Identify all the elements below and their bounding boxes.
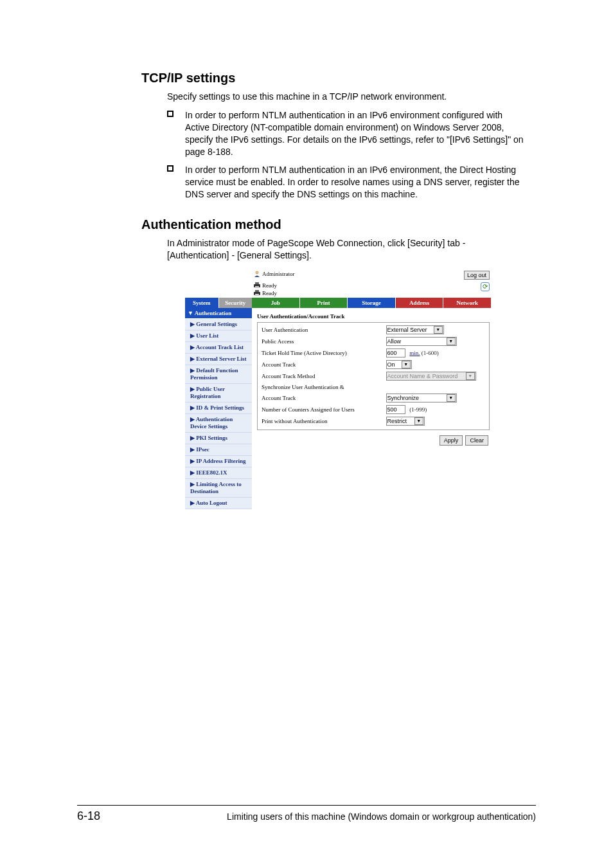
select-user-authentication[interactable]: External Server ▼ [386, 325, 444, 334]
tab-system[interactable]: System [185, 298, 219, 308]
label-ticket-hold-time: Ticket Hold Time (Active Directory) [260, 347, 385, 359]
sidebar-item-default-function-permission[interactable]: ▶ Default Function Permission [185, 365, 252, 384]
svg-rect-2 [255, 282, 259, 284]
chevron-down-icon: ▼ [402, 361, 411, 368]
admin-indicator: Administrator [253, 271, 295, 277]
sidebar-item-ieee8021x[interactable]: ▶ IEEE802.1X [185, 467, 252, 479]
chevron-down-icon: ▼ [414, 417, 423, 425]
svg-point-0 [256, 271, 258, 274]
sidebar-item-general-settings[interactable]: ▶ General Settings [185, 319, 252, 330]
para-authmethod-intro: In Administrator mode of PageScope Web C… [167, 237, 527, 262]
list-tcpip: In order to perform NTLM authentication … [167, 109, 527, 201]
hint-ticket-unit: min. [409, 350, 420, 356]
page-number: 6-18 [77, 809, 100, 823]
sidebar-item-ip-address-filtering[interactable]: ▶ IP Address Filtering [185, 456, 252, 467]
label-account-track-method: Account Track Method [260, 370, 385, 382]
tab-print[interactable]: Print [300, 298, 348, 308]
footer-title: Limiting users of this machine (Windows … [227, 811, 536, 822]
tab-security[interactable]: Security [219, 298, 253, 308]
tab-network[interactable]: Network [443, 298, 491, 308]
chevron-down-icon: ▼ [434, 326, 443, 334]
list-item: In order to perform NTLM authentication … [167, 164, 527, 201]
hint-counters-range: (1-999) [407, 406, 427, 413]
refresh-icon[interactable]: ⟳ [481, 282, 490, 291]
label-sync-line1: Synchronize User Authentication & [260, 382, 385, 392]
select-print-without-auth[interactable]: Restrict ▼ [386, 417, 425, 426]
sidebar-item-public-user-registration[interactable]: ▶ Public User Registration [185, 384, 252, 402]
status-ready-2: Ready [262, 290, 277, 297]
select-value: Account Name & Password [387, 372, 458, 380]
printer-icon [253, 282, 261, 289]
select-value: Synchronize [387, 394, 420, 402]
hint-ticket-range: (1-600) [420, 350, 439, 356]
sidebar-item-user-list[interactable]: ▶ User List [185, 330, 252, 342]
tab-storage[interactable]: Storage [348, 298, 396, 308]
label-account-track: Account Track [260, 359, 385, 370]
sidebar-item-id-print-settings[interactable]: ▶ ID & Print Settings [185, 402, 252, 414]
status-ready-1: Ready [262, 282, 277, 289]
svg-rect-3 [255, 286, 259, 288]
svg-rect-5 [255, 290, 259, 292]
bullet-text: In order to perform NTLM authentication … [185, 165, 520, 199]
square-bullet-icon [167, 111, 173, 117]
administrator-icon [253, 271, 261, 277]
select-synchronize[interactable]: Synchronize ▼ [386, 393, 457, 402]
sidebar-item-account-track-list[interactable]: ▶ Account Track List [185, 342, 252, 354]
chevron-down-icon: ▼ [447, 338, 456, 345]
chevron-down-icon: ▼ [447, 394, 456, 402]
label-public-access: Public Access [260, 336, 385, 347]
sidebar-item-pki-settings[interactable]: ▶ PKI Settings [185, 433, 252, 444]
svg-rect-6 [255, 294, 259, 296]
printer-icon [253, 290, 261, 296]
sidebar-item-external-server-list[interactable]: ▶ External Server List [185, 354, 252, 365]
footer-rule [77, 805, 536, 806]
logout-button[interactable]: Log out [464, 271, 490, 280]
tab-job[interactable]: Job [252, 298, 300, 308]
label-user-authentication: User Authentication [260, 324, 385, 336]
select-value: Restrict [387, 417, 407, 425]
clear-button[interactable]: Clear [465, 435, 488, 446]
panel-title: User Authentication/Account Track [257, 313, 490, 320]
select-value: External Server [387, 326, 427, 334]
select-account-track-method: Account Name & Password ▼ [386, 372, 476, 381]
select-account-track[interactable]: On ▼ [386, 360, 412, 369]
para-tcpip-intro: Specify settings to use this machine in … [167, 91, 527, 103]
label-sync-line2: Account Track [260, 392, 385, 404]
admin-label: Administrator [262, 271, 295, 277]
tab-address[interactable]: Address [396, 298, 444, 308]
label-counters-assigned: Number of Counters Assigned for Users [260, 404, 385, 415]
select-public-access[interactable]: Allow ▼ [386, 337, 457, 346]
select-value: Allow [387, 338, 402, 345]
list-item: In order to perform NTLM authentication … [167, 109, 527, 158]
heading-authmethod: Authentication method [141, 217, 536, 232]
input-ticket-hold-time[interactable]: 600 [386, 348, 405, 357]
bullet-text: In order to perform NTLM authentication … [185, 110, 524, 157]
heading-tcpip: TCP/IP settings [141, 71, 536, 86]
sidebar-item-limiting-access-to-destination[interactable]: ▶ Limiting Access to Destination [185, 479, 252, 498]
input-counters-assigned[interactable]: 500 [386, 405, 405, 414]
select-value: On [387, 361, 395, 368]
embedded-screenshot: Administrator Log out Ready Ready ⟳ [185, 269, 491, 509]
label-print-without-auth: Print without Authentication [260, 415, 385, 427]
sidebar-item-authentication-device-settings[interactable]: ▶ Authentication Device Settings [185, 414, 252, 433]
sidebar-header-authentication[interactable]: ▼ Authentication [185, 308, 252, 319]
apply-button[interactable]: Apply [440, 435, 463, 446]
sidebar-item-auto-logout[interactable]: ▶ Auto Logout [185, 498, 252, 509]
chevron-down-icon: ▼ [466, 372, 475, 380]
sidebar-item-ipsec[interactable]: ▶ IPsec [185, 444, 252, 456]
square-bullet-icon [167, 165, 173, 172]
page-footer: 6-18 Limiting users of this machine (Win… [77, 805, 536, 823]
